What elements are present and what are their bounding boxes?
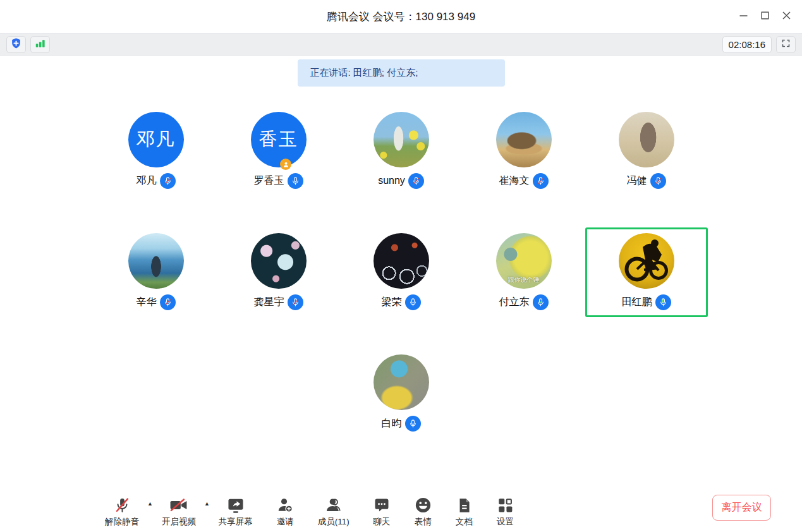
participant-tile[interactable]: 梁荣 xyxy=(340,227,463,317)
mic-status-icon[interactable] xyxy=(160,294,176,310)
participant-avatar xyxy=(374,354,429,410)
participant-name: 冯健 xyxy=(627,174,647,188)
toolbar-button-docs[interactable]: 文档 xyxy=(456,496,473,528)
settings-icon xyxy=(496,496,514,514)
toolbar-button-label: 设置 xyxy=(497,516,514,528)
mic-status-icon[interactable] xyxy=(288,173,303,189)
signal-bars-icon xyxy=(34,37,46,51)
participant-tile[interactable]: 辛华 xyxy=(95,227,217,317)
participant-avatar: 香玉 xyxy=(251,112,307,167)
minimize-button[interactable] xyxy=(732,7,754,26)
participant-name: sunny xyxy=(378,175,405,186)
meeting-timer: 02:08:16 xyxy=(722,36,772,53)
fullscreen-button[interactable] xyxy=(776,36,796,53)
toolbar-button-label: 共享屏幕 xyxy=(219,516,253,528)
close-button[interactable] xyxy=(775,7,797,26)
participant-tile[interactable]: 田红鹏 xyxy=(585,227,708,317)
toolbar-button-invite[interactable]: 邀请 xyxy=(276,496,295,528)
participant-avatar xyxy=(619,233,674,289)
participant-name-row: 白昀 xyxy=(382,415,421,432)
maximize-icon xyxy=(761,11,769,21)
avatar-caption: 跟你说个锤 xyxy=(496,275,552,284)
mic-status-icon[interactable] xyxy=(650,173,666,189)
chat-icon xyxy=(373,496,391,514)
mic-status-icon[interactable] xyxy=(160,173,176,189)
mic-status-icon[interactable] xyxy=(408,173,424,189)
participant-tile[interactable]: 香玉罗香玉 xyxy=(217,106,340,196)
toolbar-button-label: 聊天 xyxy=(373,516,390,528)
toolbar-caret-unmute[interactable]: ▲ xyxy=(147,501,153,507)
maximize-button[interactable] xyxy=(754,7,775,26)
participant-tile[interactable]: 邓凡邓凡 xyxy=(95,106,217,196)
mic-status-icon[interactable] xyxy=(405,294,421,310)
toolbar-button-share-screen[interactable]: 共享屏幕 xyxy=(219,496,253,528)
status-toolbar-right: 02:08:16 xyxy=(722,36,796,53)
mic-status-icon[interactable] xyxy=(655,294,671,310)
network-status-button[interactable] xyxy=(30,36,50,53)
toolbar-button-label: 邀请 xyxy=(277,516,294,528)
participant-name: 辛华 xyxy=(137,296,157,309)
members-icon xyxy=(324,496,343,514)
participant-name-row: 邓凡 xyxy=(137,172,176,189)
shield-plus-icon xyxy=(10,37,22,51)
participant-avatar: 邓凡 xyxy=(128,112,184,167)
toolbar-button-label: 成员(11) xyxy=(318,516,349,528)
participant-avatar xyxy=(619,112,674,167)
participant-name: 邓凡 xyxy=(137,174,157,188)
participant-tile[interactable]: 龚星宇 xyxy=(217,227,340,317)
meeting-window: 腾讯会议 会议号：130 913 949 02:08:16 正在讲话: 田红鹏;… xyxy=(0,0,802,532)
toolbar-button-settings[interactable]: 设置 xyxy=(496,496,514,528)
toolbar-button-emoji[interactable]: 表情 xyxy=(414,496,432,528)
window-titlebar: 腾讯会议 会议号：130 913 949 xyxy=(0,0,802,33)
mic-status-icon[interactable] xyxy=(533,173,549,189)
participant-tile[interactable]: 冯健 xyxy=(585,106,708,196)
person-add-icon xyxy=(276,496,295,514)
toolbar-button-label: 解除静音 xyxy=(105,516,139,528)
meeting-stage: 正在讲话: 田红鹏; 付立东; 邓凡邓凡香玉罗香玉sunny崔海文冯健辛华龚星宇… xyxy=(0,59,802,438)
fullscreen-corners-icon xyxy=(781,39,791,50)
participant-tile[interactable]: 白昀 xyxy=(340,349,463,438)
security-button[interactable] xyxy=(6,36,26,53)
participant-name-row: sunny xyxy=(378,172,424,189)
toolbar-button-label: 文档 xyxy=(456,516,473,528)
avatar-initials: 香玉 xyxy=(259,127,298,152)
participant-name: 付立东 xyxy=(499,296,530,309)
toolbar-button-start-video[interactable]: 开启视频 xyxy=(162,496,196,528)
participant-name: 罗香玉 xyxy=(254,174,284,188)
status-toolbar-left xyxy=(6,36,50,53)
speaking-banner: 正在讲话: 田红鹏; 付立东; xyxy=(298,59,505,87)
participant-name: 白昀 xyxy=(382,417,402,430)
participant-tile[interactable]: 崔海文 xyxy=(463,106,585,196)
leave-meeting-button[interactable]: 离开会议 xyxy=(712,495,771,521)
toolbar-button-chat[interactable]: 聊天 xyxy=(373,496,391,528)
toolbar-button-members[interactable]: 成员(11) xyxy=(318,496,349,528)
mic-status-icon[interactable] xyxy=(405,416,421,432)
participants-row: 白昀 xyxy=(0,349,802,438)
participant-name-row: 田红鹏 xyxy=(622,294,671,310)
participant-name-row: 冯健 xyxy=(627,172,666,189)
participant-avatar xyxy=(251,233,307,289)
participants-row: 邓凡邓凡香玉罗香玉sunny崔海文冯健 xyxy=(0,106,802,196)
toolbar-button-label: 开启视频 xyxy=(162,516,196,528)
toolbar-items: 解除静音▲开启视频▲共享屏幕邀请成员(11)聊天表情文档设置 xyxy=(105,496,538,528)
toolbar-button-unmute[interactable]: 解除静音 xyxy=(105,496,139,528)
participant-name-row: 崔海文 xyxy=(499,172,549,189)
mic-status-icon[interactable] xyxy=(288,294,303,310)
participant-name-row: 付立东 xyxy=(499,294,549,310)
status-toolbar: 02:08:16 xyxy=(0,33,802,56)
chevron-up-icon: ▲ xyxy=(147,500,153,507)
mic-status-icon[interactable] xyxy=(533,294,549,310)
participants-row: 辛华龚星宇梁荣跟你说个锤付立东田红鹏 xyxy=(0,227,802,317)
participant-avatar xyxy=(496,112,552,167)
participant-name: 田红鹏 xyxy=(622,296,652,309)
participant-name: 崔海文 xyxy=(499,174,530,188)
minimize-icon xyxy=(739,11,748,21)
window-title: 腾讯会议 会议号：130 913 949 xyxy=(327,9,475,24)
participants-grid: 邓凡邓凡香玉罗香玉sunny崔海文冯健辛华龚星宇梁荣跟你说个锤付立东田红鹏白昀 xyxy=(0,106,802,438)
participant-tile[interactable]: 跟你说个锤付立东 xyxy=(463,227,585,317)
window-controls xyxy=(732,0,797,33)
toolbar-caret-start-video[interactable]: ▲ xyxy=(204,501,210,507)
participant-tile[interactable]: sunny xyxy=(340,106,463,196)
participant-name-row: 梁荣 xyxy=(382,294,421,310)
mic-off-icon xyxy=(114,496,131,514)
